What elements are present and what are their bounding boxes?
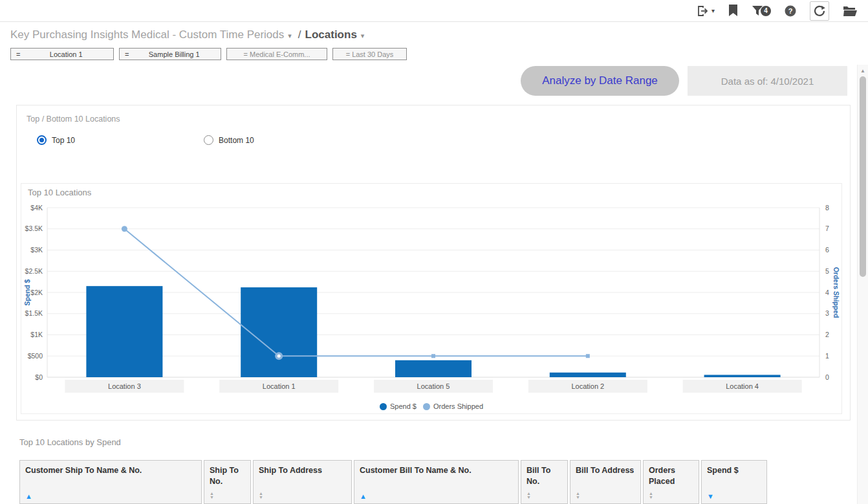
svg-text:6: 6 xyxy=(825,246,829,254)
legend-label: Spend $ xyxy=(390,402,417,410)
filter-count-badge: 4 xyxy=(761,6,771,16)
filter-chip-label: = Medical E-Comm... xyxy=(232,50,321,58)
export-icon[interactable]: ▾ xyxy=(696,5,715,17)
breadcrumb-current-page[interactable]: Locations xyxy=(305,28,357,41)
svg-text:0: 0 xyxy=(825,373,829,381)
line-point-location-5[interactable] xyxy=(431,354,435,358)
folder-icon[interactable] xyxy=(843,5,858,17)
legend-dot-icon xyxy=(423,403,430,410)
column-label: Ship To Address xyxy=(259,465,346,476)
legend-item-spend[interactable]: Spend $ xyxy=(380,402,417,410)
filter-chip-last-30-days[interactable]: = Last 30 Days xyxy=(332,48,407,60)
svg-text:Spend $: Spend $ xyxy=(23,279,31,305)
svg-text:Location 5: Location 5 xyxy=(417,382,450,390)
bar-location-5[interactable] xyxy=(395,360,472,377)
line-point-location-2[interactable] xyxy=(586,354,590,358)
column-label: Bill To No. xyxy=(526,465,562,487)
filter-chip-location-1[interactable]: =Location 1 xyxy=(10,48,114,60)
column-header-bill-to-no[interactable]: Bill To No.▲▼ xyxy=(521,460,568,504)
svg-text:Location 3: Location 3 xyxy=(108,382,141,390)
filter-icon[interactable]: 4 xyxy=(752,5,771,16)
top-bottom-radio-group: Top 10Bottom 10 xyxy=(37,135,254,145)
svg-text:$1K: $1K xyxy=(30,331,43,338)
combo-chart: $4K8$3.5K7$3K6$2.5K5$2K4$1.5K3$1K2$5001$… xyxy=(21,184,843,417)
filter-operator: = xyxy=(125,50,129,58)
sort-asc-icon[interactable]: ▲ xyxy=(360,493,513,499)
line-point-location-3[interactable] xyxy=(122,226,127,232)
chevron-down-icon[interactable]: ▾ xyxy=(361,32,365,40)
column-header-ship-to-no[interactable]: Ship To No.▲▼ xyxy=(204,460,251,504)
radio-selected-icon[interactable] xyxy=(37,135,47,145)
scrollbar-up-arrow-icon[interactable]: ▲ xyxy=(858,66,868,75)
chart-panel: Top 10 Locations $4K8$3.5K7$3K6$2.5K5$2K… xyxy=(21,183,842,414)
svg-text:$3.5K: $3.5K xyxy=(25,225,43,232)
bar-location-3[interactable] xyxy=(86,286,162,377)
filter-chip-label: Sample Billing 1 xyxy=(133,50,215,58)
svg-text:Location 4: Location 4 xyxy=(726,382,759,390)
column-header-orders-placed[interactable]: Orders Placed▲▼ xyxy=(643,460,699,504)
column-label: Customer Bill To Name & No. xyxy=(360,465,513,476)
column-label: Spend $ xyxy=(707,465,761,476)
svg-text:3: 3 xyxy=(825,309,829,317)
bookmark-icon[interactable] xyxy=(728,5,738,17)
legend-label: Orders Shipped xyxy=(433,402,483,410)
column-label: Orders Placed xyxy=(649,465,693,487)
radio-bottom-10[interactable]: Bottom 10 xyxy=(204,135,254,145)
filter-chip-sample-billing-1[interactable]: =Sample Billing 1 xyxy=(119,48,221,60)
column-header-ship-to-address[interactable]: Ship To Address▲▼ xyxy=(253,460,352,504)
sort-desc-icon[interactable]: ▼ xyxy=(707,493,761,499)
sort-idle-icon[interactable]: ▲▼ xyxy=(526,492,562,499)
analyze-by-date-range-button[interactable]: Analyze by Date Range xyxy=(521,66,679,96)
svg-text:1: 1 xyxy=(825,352,829,360)
report-title[interactable]: Key Purchasing Insights Medical - Custom… xyxy=(10,28,284,41)
svg-text:Location 2: Location 2 xyxy=(571,382,604,390)
svg-text:7: 7 xyxy=(825,225,829,232)
help-icon[interactable]: ? xyxy=(785,5,796,17)
svg-text:$2.5K: $2.5K xyxy=(25,267,43,275)
svg-text:$0: $0 xyxy=(35,373,43,381)
svg-text:$3K: $3K xyxy=(30,246,43,254)
column-header-bill-to-address[interactable]: Bill To Address▲▼ xyxy=(570,460,641,504)
data-as-of-label: Data as of: 4/10/2021 xyxy=(688,66,847,96)
svg-text:5: 5 xyxy=(825,267,829,275)
scrollbar-thumb[interactable] xyxy=(860,76,866,277)
sort-idle-icon[interactable]: ▲▼ xyxy=(649,492,693,499)
legend-item-orders-shipped[interactable]: Orders Shipped xyxy=(423,402,483,410)
bar-location-2[interactable] xyxy=(550,373,626,377)
breadcrumb-separator: / xyxy=(298,28,301,41)
sort-asc-icon[interactable]: ▲ xyxy=(25,493,196,499)
sort-idle-icon[interactable]: ▲▼ xyxy=(576,492,635,499)
bar-location-1[interactable] xyxy=(241,287,317,377)
sort-idle-icon[interactable]: ▲▼ xyxy=(259,492,346,499)
svg-text:2: 2 xyxy=(825,331,829,338)
svg-text:$4K: $4K xyxy=(30,204,43,212)
filter-chip-label: = Last 30 Days xyxy=(338,50,401,58)
radio-unselected-icon[interactable] xyxy=(204,135,213,145)
sort-idle-icon[interactable]: ▲▼ xyxy=(210,492,245,499)
column-label: Bill To Address xyxy=(576,465,635,476)
radio-label: Bottom 10 xyxy=(219,136,254,145)
dashboard-page: ▾ 4 ? Key Purcha xyxy=(0,0,868,504)
column-header-spend[interactable]: Spend $▼ xyxy=(701,460,767,504)
svg-text:Location 1: Location 1 xyxy=(263,382,296,390)
bar-location-4[interactable] xyxy=(704,375,781,377)
svg-text:$2K: $2K xyxy=(30,289,43,296)
top-bottom-panel: Top / Bottom 10 Locations Top 10Bottom 1… xyxy=(16,105,851,421)
column-label: Customer Ship To Name & No. xyxy=(25,465,196,476)
refresh-button[interactable] xyxy=(810,1,829,21)
chevron-down-icon: ▾ xyxy=(711,7,715,14)
column-header-customer-ship-to-name-no[interactable]: Customer Ship To Name & No.▲ xyxy=(19,460,202,504)
breadcrumb: Key Purchasing Insights Medical - Custom… xyxy=(10,28,364,41)
filter-chip-medical-e-comm[interactable]: = Medical E-Comm... xyxy=(226,48,327,60)
table-title: Top 10 Locations by Spend xyxy=(19,437,121,447)
radio-top-10[interactable]: Top 10 xyxy=(37,135,75,145)
filter-chip-row: =Location 1=Sample Billing 1= Medical E-… xyxy=(10,48,407,60)
chart-legend: Spend $Orders Shipped xyxy=(21,402,841,410)
legend-dot-icon xyxy=(380,403,387,410)
combo-chart-svg: $4K8$3.5K7$3K6$2.5K5$2K4$1.5K3$1K2$5001$… xyxy=(21,184,843,415)
topbar: ▾ 4 ? xyxy=(0,0,868,22)
chevron-down-icon[interactable]: ▾ xyxy=(288,32,292,40)
page-scrollbar[interactable]: ▲ xyxy=(857,65,868,504)
svg-text:$500: $500 xyxy=(28,352,43,360)
column-header-customer-bill-to-name-no[interactable]: Customer Bill To Name & No.▲ xyxy=(354,460,519,504)
